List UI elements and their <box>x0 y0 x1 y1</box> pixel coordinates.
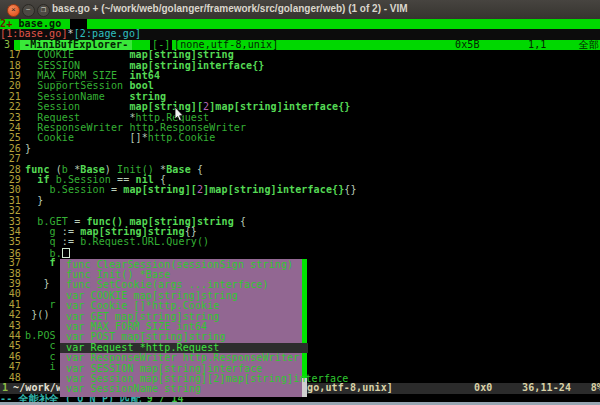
code-token: i <box>25 361 56 372</box>
file-info-right: go,utf-8,unix] <box>307 383 393 393</box>
code-token: http.Request <box>136 112 210 123</box>
code-token: ]map[string]interface{} <box>203 184 344 195</box>
code-token: b.Session <box>56 174 117 185</box>
code-line-31[interactable]: 31 } <box>0 196 600 206</box>
line-number: 35 <box>0 237 21 247</box>
code-token: Session <box>25 101 129 112</box>
completion-popup[interactable]: func ClearSession(sessionSign string)fun… <box>60 259 307 397</box>
code-token: []* <box>129 132 147 143</box>
code-token: http.Cookie <box>148 132 216 143</box>
code-token: bool <box>129 80 154 91</box>
code-token: { <box>191 164 203 175</box>
code-token: } <box>25 278 50 289</box>
code-token: == <box>117 174 135 185</box>
code-token: { <box>240 216 246 227</box>
code-token: b.GET <box>25 216 74 227</box>
code-token: = <box>111 184 123 195</box>
code-token: map[string][ <box>123 184 197 195</box>
close-icon[interactable]: × <box>7 4 20 17</box>
code-token: SESSION <box>25 60 129 71</box>
code-token: r <box>25 299 56 310</box>
code-line-25[interactable]: 25 Cookie []*http.Cookie <box>0 133 600 143</box>
code-token: map[string][ <box>129 101 203 112</box>
code-token: Init() <box>117 164 160 175</box>
code-token: string <box>129 91 166 102</box>
code-token: SupportSession <box>25 80 129 91</box>
mbe-cursor-position: 1,1 <box>528 40 546 50</box>
code-token: ) <box>105 164 117 175</box>
code-token: = <box>74 216 86 227</box>
code-token: c <box>25 351 56 362</box>
minimize-icon[interactable]: − <box>22 4 35 17</box>
code-token: c <box>25 340 56 351</box>
code-token: http.ResponseWriter <box>129 122 246 133</box>
hex-value: 0x0 <box>474 383 492 393</box>
code-token: b.POS <box>25 330 56 341</box>
mouse-cursor <box>174 107 185 123</box>
code-token: map[string]interface{} <box>129 60 264 71</box>
code-token: q <box>25 236 62 247</box>
code-token: f <box>25 257 56 268</box>
code-token: func() map[string]string <box>86 216 240 227</box>
title-bar: × − ❐ base.go + (~/work/web/golanger/fra… <box>0 0 600 20</box>
popup-item[interactable]: var ResponseWriter http.ResponseWriter <box>60 353 308 363</box>
code-token: if <box>25 174 56 185</box>
mbe-scroll-indicator: 全部 <box>579 40 599 50</box>
code-line-35[interactable]: 35 q := b.Request.URL.Query() <box>0 237 600 247</box>
popup-item[interactable]: var SessionName string <box>60 384 308 394</box>
code-token: {} <box>344 184 356 195</box>
code-line-26[interactable]: 26} <box>0 144 600 154</box>
code-token: map[string]string <box>80 226 184 237</box>
code-token: nil <box>136 174 161 185</box>
tab-window-count: 2+ <box>0 18 12 29</box>
maximize-icon[interactable]: ❐ <box>37 4 50 17</box>
tab-label[interactable]: base.go <box>12 18 67 29</box>
code-token: ResponseWriter <box>25 122 129 133</box>
code-token: := <box>62 226 80 237</box>
mbe-hex-value: 0x5B <box>455 40 480 50</box>
code-token: } <box>25 143 31 154</box>
text-cursor <box>62 248 70 258</box>
code-line-36[interactable]: 36 b. <box>0 248 600 258</box>
code-token: ]map[string]interface{} <box>209 101 350 112</box>
code-token: COOKIE <box>25 49 129 60</box>
code-token: func <box>25 164 56 175</box>
code-token: b.Request.URL.Query() <box>80 236 209 247</box>
code-token: b.Session <box>25 184 111 195</box>
scroll-percentage: 8% <box>591 383 600 393</box>
code-line-30[interactable]: 30 b.Session = map[string][2]map[string]… <box>0 185 600 195</box>
window-title: base.go + (~/work/web/golanger/framework… <box>52 3 408 14</box>
code-token: Base <box>166 164 191 175</box>
buffer-item-page-go[interactable]: [2:page.go] <box>74 28 142 39</box>
code-token: }() <box>25 309 50 320</box>
code-token: b <box>62 164 74 175</box>
code-token: {} <box>185 226 197 237</box>
code-token: Request <box>25 112 129 123</box>
code-token: } <box>25 195 43 206</box>
vim-window: × − ❐ base.go + (~/work/web/golanger/fra… <box>0 0 600 405</box>
code-token: Cookie <box>25 132 129 143</box>
buffer-item-base-go[interactable]: [1:base.go] <box>0 28 68 39</box>
code-token: { <box>160 174 166 185</box>
code-token: MAX_FORM_SIZE <box>25 70 129 81</box>
cursor-position: 36,11-24 <box>522 383 571 393</box>
code-token: g <box>25 226 62 237</box>
code-token: := <box>62 236 80 247</box>
code-token: Base <box>80 164 105 175</box>
code-token: int64 <box>129 70 160 81</box>
popup-item[interactable]: var Cookie []*http.Cookie <box>60 301 308 311</box>
code-token: map[string]string <box>129 49 233 60</box>
code-token: SessionName <box>25 91 129 102</box>
